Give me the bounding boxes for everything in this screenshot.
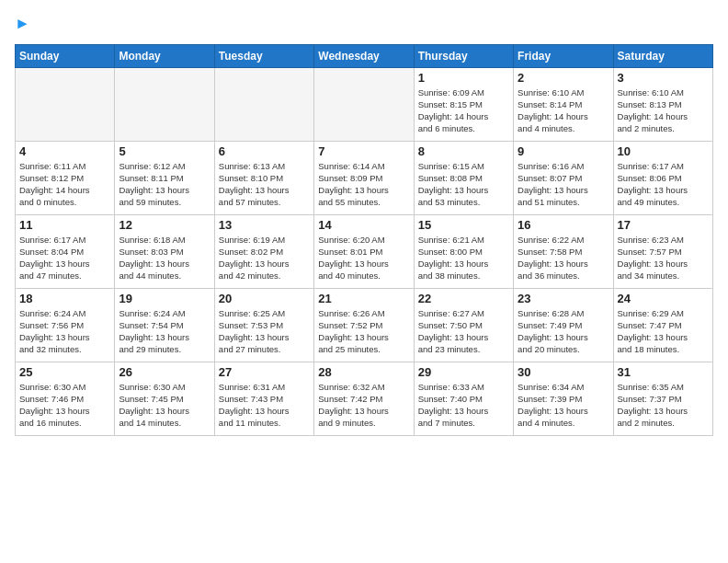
calendar-table: SundayMondayTuesdayWednesdayThursdayFrid… bbox=[15, 44, 713, 436]
calendar-cell: 7Sunrise: 6:14 AMSunset: 8:09 PMDaylight… bbox=[314, 141, 414, 214]
calendar-cell: 23Sunrise: 6:28 AMSunset: 7:49 PMDayligh… bbox=[514, 288, 613, 362]
day-number: 23 bbox=[518, 292, 609, 305]
day-number: 18 bbox=[19, 292, 110, 305]
calendar-cell bbox=[314, 67, 414, 141]
weekday-header-friday: Friday bbox=[514, 44, 613, 67]
day-number: 4 bbox=[19, 144, 110, 158]
week-row-4: 18Sunrise: 6:24 AMSunset: 7:56 PMDayligh… bbox=[16, 288, 713, 362]
day-number: 1 bbox=[418, 71, 509, 85]
day-info: Sunrise: 6:24 AMSunset: 7:54 PMDaylight:… bbox=[119, 307, 210, 356]
logo-text: ► bbox=[15, 15, 30, 33]
day-info: Sunrise: 6:23 AMSunset: 7:57 PMDaylight:… bbox=[618, 234, 709, 282]
day-number: 29 bbox=[418, 365, 509, 379]
day-number: 5 bbox=[119, 144, 210, 158]
day-info: Sunrise: 6:22 AMSunset: 7:58 PMDaylight:… bbox=[518, 234, 609, 282]
weekday-header-row: SundayMondayTuesdayWednesdayThursdayFrid… bbox=[16, 44, 713, 67]
day-info: Sunrise: 6:21 AMSunset: 8:00 PMDaylight:… bbox=[418, 234, 509, 282]
calendar-cell: 22Sunrise: 6:27 AMSunset: 7:50 PMDayligh… bbox=[414, 288, 513, 362]
day-info: Sunrise: 6:28 AMSunset: 7:49 PMDaylight:… bbox=[518, 307, 609, 356]
day-number: 22 bbox=[418, 292, 509, 305]
day-number: 14 bbox=[318, 218, 409, 232]
calendar-cell bbox=[214, 67, 313, 141]
calendar-cell: 14Sunrise: 6:20 AMSunset: 8:01 PMDayligh… bbox=[314, 214, 414, 288]
day-number: 6 bbox=[219, 144, 310, 158]
calendar-cell bbox=[115, 67, 214, 141]
day-number: 27 bbox=[219, 365, 310, 379]
day-number: 19 bbox=[119, 292, 210, 305]
day-info: Sunrise: 6:16 AMSunset: 8:07 PMDaylight:… bbox=[518, 160, 609, 209]
calendar-cell bbox=[16, 67, 115, 141]
calendar-cell: 13Sunrise: 6:19 AMSunset: 8:02 PMDayligh… bbox=[214, 214, 313, 288]
calendar-cell: 5Sunrise: 6:12 AMSunset: 8:11 PMDaylight… bbox=[115, 141, 214, 214]
calendar-cell: 30Sunrise: 6:34 AMSunset: 7:39 PMDayligh… bbox=[514, 362, 613, 435]
day-number: 15 bbox=[418, 218, 509, 232]
day-number: 17 bbox=[618, 218, 709, 232]
day-number: 3 bbox=[618, 71, 709, 85]
weekday-header-monday: Monday bbox=[115, 44, 214, 67]
calendar-cell: 8Sunrise: 6:15 AMSunset: 8:08 PMDaylight… bbox=[414, 141, 513, 214]
calendar-cell: 27Sunrise: 6:31 AMSunset: 7:43 PMDayligh… bbox=[214, 362, 313, 435]
calendar-cell: 17Sunrise: 6:23 AMSunset: 7:57 PMDayligh… bbox=[613, 214, 712, 288]
day-number: 16 bbox=[518, 218, 609, 232]
day-number: 2 bbox=[518, 71, 609, 85]
logo: ► bbox=[15, 15, 30, 33]
day-info: Sunrise: 6:13 AMSunset: 8:10 PMDaylight:… bbox=[219, 160, 310, 209]
week-row-3: 11Sunrise: 6:17 AMSunset: 8:04 PMDayligh… bbox=[16, 214, 713, 288]
calendar-cell: 20Sunrise: 6:25 AMSunset: 7:53 PMDayligh… bbox=[214, 288, 313, 362]
calendar-cell: 19Sunrise: 6:24 AMSunset: 7:54 PMDayligh… bbox=[115, 288, 214, 362]
day-number: 13 bbox=[219, 218, 310, 232]
day-info: Sunrise: 6:35 AMSunset: 7:37 PMDaylight:… bbox=[618, 381, 709, 430]
day-number: 21 bbox=[318, 292, 409, 305]
day-info: Sunrise: 6:29 AMSunset: 7:47 PMDaylight:… bbox=[618, 307, 709, 356]
day-number: 26 bbox=[119, 365, 210, 379]
day-number: 25 bbox=[19, 365, 110, 379]
calendar-cell: 31Sunrise: 6:35 AMSunset: 7:37 PMDayligh… bbox=[613, 362, 712, 435]
day-info: Sunrise: 6:14 AMSunset: 8:09 PMDaylight:… bbox=[318, 160, 409, 209]
day-number: 8 bbox=[418, 144, 509, 158]
calendar-cell: 15Sunrise: 6:21 AMSunset: 8:00 PMDayligh… bbox=[414, 214, 513, 288]
day-number: 9 bbox=[518, 144, 609, 158]
calendar-cell: 29Sunrise: 6:33 AMSunset: 7:40 PMDayligh… bbox=[414, 362, 513, 435]
weekday-header-thursday: Thursday bbox=[414, 44, 513, 67]
calendar-cell: 28Sunrise: 6:32 AMSunset: 7:42 PMDayligh… bbox=[314, 362, 414, 435]
calendar-cell: 26Sunrise: 6:30 AMSunset: 7:45 PMDayligh… bbox=[115, 362, 214, 435]
day-info: Sunrise: 6:30 AMSunset: 7:45 PMDaylight:… bbox=[119, 381, 210, 430]
day-info: Sunrise: 6:34 AMSunset: 7:39 PMDaylight:… bbox=[518, 381, 609, 430]
day-number: 20 bbox=[219, 292, 310, 305]
calendar-cell: 24Sunrise: 6:29 AMSunset: 7:47 PMDayligh… bbox=[613, 288, 712, 362]
day-info: Sunrise: 6:33 AMSunset: 7:40 PMDaylight:… bbox=[418, 381, 509, 430]
day-number: 10 bbox=[618, 144, 709, 158]
day-info: Sunrise: 6:17 AMSunset: 8:04 PMDaylight:… bbox=[19, 234, 110, 282]
day-info: Sunrise: 6:17 AMSunset: 8:06 PMDaylight:… bbox=[618, 160, 709, 209]
calendar-cell: 3Sunrise: 6:10 AMSunset: 8:13 PMDaylight… bbox=[613, 67, 712, 141]
calendar-cell: 10Sunrise: 6:17 AMSunset: 8:06 PMDayligh… bbox=[613, 141, 712, 214]
day-info: Sunrise: 6:09 AMSunset: 8:15 PMDaylight:… bbox=[418, 86, 509, 135]
day-info: Sunrise: 6:32 AMSunset: 7:42 PMDaylight:… bbox=[318, 381, 409, 430]
day-info: Sunrise: 6:24 AMSunset: 7:56 PMDaylight:… bbox=[19, 307, 110, 356]
day-info: Sunrise: 6:12 AMSunset: 8:11 PMDaylight:… bbox=[119, 160, 210, 209]
day-number: 11 bbox=[19, 218, 110, 232]
calendar-cell: 16Sunrise: 6:22 AMSunset: 7:58 PMDayligh… bbox=[514, 214, 613, 288]
calendar-cell: 25Sunrise: 6:30 AMSunset: 7:46 PMDayligh… bbox=[16, 362, 115, 435]
day-info: Sunrise: 6:27 AMSunset: 7:50 PMDaylight:… bbox=[418, 307, 509, 356]
day-number: 24 bbox=[618, 292, 709, 305]
calendar-cell: 11Sunrise: 6:17 AMSunset: 8:04 PMDayligh… bbox=[16, 214, 115, 288]
day-info: Sunrise: 6:25 AMSunset: 7:53 PMDaylight:… bbox=[219, 307, 310, 356]
day-info: Sunrise: 6:15 AMSunset: 8:08 PMDaylight:… bbox=[418, 160, 509, 209]
day-info: Sunrise: 6:10 AMSunset: 8:14 PMDaylight:… bbox=[518, 86, 609, 135]
calendar-cell: 21Sunrise: 6:26 AMSunset: 7:52 PMDayligh… bbox=[314, 288, 414, 362]
calendar-cell: 4Sunrise: 6:11 AMSunset: 8:12 PMDaylight… bbox=[16, 141, 115, 214]
page-container: ► SundayMondayTuesdayWednesdayThursdayFr… bbox=[0, 0, 728, 443]
day-info: Sunrise: 6:10 AMSunset: 8:13 PMDaylight:… bbox=[618, 86, 709, 135]
day-number: 28 bbox=[318, 365, 409, 379]
day-info: Sunrise: 6:19 AMSunset: 8:02 PMDaylight:… bbox=[219, 234, 310, 282]
week-row-2: 4Sunrise: 6:11 AMSunset: 8:12 PMDaylight… bbox=[16, 141, 713, 214]
page-header: ► bbox=[15, 15, 713, 33]
weekday-header-wednesday: Wednesday bbox=[314, 44, 414, 67]
calendar-cell: 6Sunrise: 6:13 AMSunset: 8:10 PMDaylight… bbox=[214, 141, 313, 214]
week-row-1: 1Sunrise: 6:09 AMSunset: 8:15 PMDaylight… bbox=[16, 67, 713, 141]
day-number: 7 bbox=[318, 144, 409, 158]
day-info: Sunrise: 6:18 AMSunset: 8:03 PMDaylight:… bbox=[119, 234, 210, 282]
calendar-cell: 9Sunrise: 6:16 AMSunset: 8:07 PMDaylight… bbox=[514, 141, 613, 214]
day-number: 30 bbox=[518, 365, 609, 379]
